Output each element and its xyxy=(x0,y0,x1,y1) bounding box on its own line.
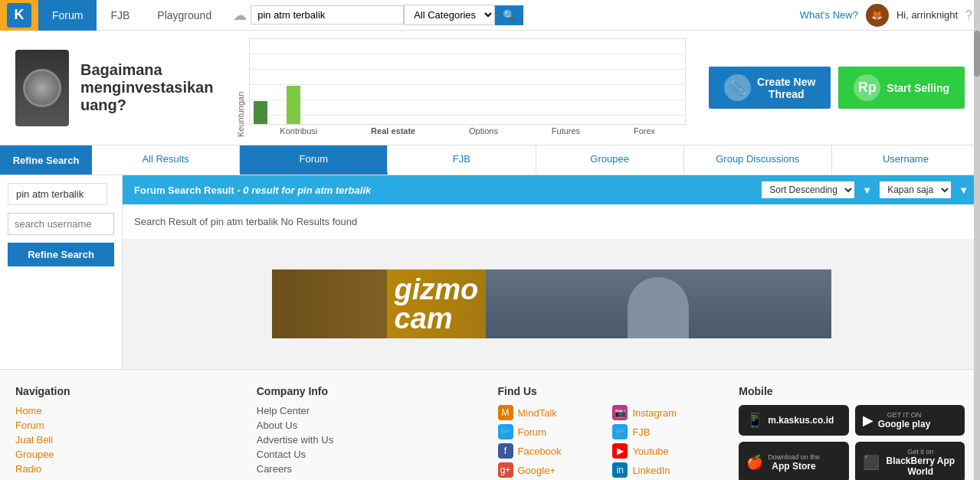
tab-username[interactable]: Username xyxy=(832,145,980,175)
footer-link-helpcenter[interactable]: Help Center xyxy=(257,405,483,416)
nav-tab-playground[interactable]: Playground xyxy=(143,0,225,31)
linkedin-icon: in xyxy=(612,462,628,478)
apple-icon: 🍎 xyxy=(746,454,763,471)
app-store-button[interactable]: 🍎 Download on the App Store xyxy=(739,442,848,480)
instagram-icon: 📷 xyxy=(612,405,628,420)
label-futures: Futures xyxy=(552,126,580,136)
find-fjb[interactable]: 🐦 FJB xyxy=(612,424,723,439)
find-mindtalk[interactable]: M MindTalk xyxy=(498,405,609,420)
header-right: What's New? 🦊 Hi, arrinknight ? xyxy=(800,4,980,27)
no-results-text: Search Result of pin atm terbalik No Res… xyxy=(123,204,980,239)
chart-container: Kontribusi Real estate Options Futures F… xyxy=(249,38,686,137)
result-header-text: Forum Search Result - 0 result for pin a… xyxy=(134,184,371,196)
avatar: 🦊 xyxy=(866,4,889,27)
find-google[interactable]: g+ Google+ xyxy=(498,462,609,478)
google-play-button[interactable]: ▶ GET IT ON Google play xyxy=(855,405,965,436)
find-linkedin[interactable]: in LinkedIn xyxy=(612,462,723,478)
sidebar: pin atm terbalik Refine Search xyxy=(0,175,123,369)
nav-tab-forum[interactable]: Forum xyxy=(38,0,97,31)
google-play-text: GET IT ON Google play xyxy=(878,411,931,429)
search-query-label: pin atm terbalik xyxy=(297,184,371,196)
phone-icon: 📱 xyxy=(746,412,763,429)
search-area: ☁ All Categories 🔍 xyxy=(233,5,800,25)
find-youtube[interactable]: ▶ Youtube xyxy=(612,443,723,459)
chart-bar-kontribusi xyxy=(254,101,267,124)
footer: Navigation Home Forum Jual Beli Groupee … xyxy=(0,369,980,480)
nav-tab-fjb[interactable]: FJB xyxy=(97,0,143,31)
banner-right: 📎 Create NewThread Rp Start Selling xyxy=(693,31,980,145)
blackberry-button[interactable]: ⬛ Get it on BlackBerry App World xyxy=(855,442,965,480)
nav-tabs: Forum FJB Playground xyxy=(38,0,225,31)
sort-dropdown[interactable]: Sort Descending xyxy=(762,181,854,198)
find-facebook[interactable]: f Facebook xyxy=(498,443,609,459)
footer-link-groupee[interactable]: Groupee xyxy=(15,449,241,460)
footer-link-aboutus[interactable]: About Us xyxy=(257,420,483,431)
scrollbar-thumb[interactable] xyxy=(974,31,980,77)
tab-forum[interactable]: Forum xyxy=(240,145,388,175)
tab-items: All Results Forum FJB Groupee Group Disc… xyxy=(92,145,980,175)
search-input[interactable] xyxy=(251,5,404,24)
tab-groupee[interactable]: Groupee xyxy=(536,145,684,175)
create-thread-button[interactable]: 📎 Create NewThread xyxy=(709,67,831,109)
footer-link-careers[interactable]: Careers xyxy=(257,463,483,475)
chart-area: Keuntungan Kontribusi Real estate Option… xyxy=(228,31,693,145)
mindtalk-icon: M xyxy=(498,405,513,420)
blackberry-text: Get it on BlackBerry App World xyxy=(884,448,957,477)
logo-letter: K xyxy=(7,3,31,28)
chart-labels: Kontribusi Real estate Options Futures F… xyxy=(249,125,686,137)
start-selling-button[interactable]: Rp Start Selling xyxy=(838,67,965,109)
google-icon: g+ xyxy=(498,462,513,478)
footer-link-jualbeli[interactable]: Jual Beli xyxy=(15,434,241,446)
youtube-icon: ▶ xyxy=(612,443,628,459)
result-sort: Sort Descending ▼ Kapan saja ▼ xyxy=(762,181,969,198)
label-forex: Forex xyxy=(634,126,655,136)
banner-left: Bagaimana menginvestasikan uang? xyxy=(0,31,228,145)
category-select[interactable]: All Categories xyxy=(404,5,495,25)
label-kontribusi: Kontribusi xyxy=(280,126,317,136)
facebook-icon: f xyxy=(498,443,513,459)
coin-icon xyxy=(23,69,61,107)
footer-link-home[interactable]: Home xyxy=(15,405,241,416)
chart-bar-realestate xyxy=(287,86,300,124)
tab-group-discussions[interactable]: Group Discussions xyxy=(684,145,832,175)
username-display: Hi, arrinknight xyxy=(896,9,958,21)
whats-new-link[interactable]: What's New? xyxy=(800,9,858,21)
app-store-text: Download on the App Store xyxy=(768,453,820,472)
footer-link-contact[interactable]: Contact Us xyxy=(257,449,483,460)
sidebar-query-display: pin atm terbalik xyxy=(8,183,107,205)
find-us-grid: M MindTalk 📷 Instagram 🐦 Forum 🐦 FJB f F… xyxy=(498,405,724,478)
footer-link-forum[interactable]: Forum xyxy=(15,420,241,431)
search-button[interactable]: 🔍 xyxy=(495,5,523,25)
search-username-input[interactable] xyxy=(8,213,114,235)
google-play-icon: ▶ xyxy=(863,412,873,429)
banner: Bagaimana menginvestasikan uang? Keuntun… xyxy=(0,31,980,145)
mobile-kaskus-button[interactable]: 📱 m.kaskus.co.id xyxy=(739,405,848,436)
time-filter-dropdown[interactable]: Kapan saja xyxy=(880,181,951,198)
ad-person-area xyxy=(486,269,831,338)
scrollbar[interactable] xyxy=(974,0,980,480)
banner-image xyxy=(15,50,69,126)
result-header: Forum Search Result - 0 result for pin a… xyxy=(123,175,980,204)
footer-mobile: Mobile 📱 m.kaskus.co.id ▶ GET IT ON Goog… xyxy=(739,385,965,480)
find-forum[interactable]: 🐦 Forum xyxy=(498,424,609,439)
paperclip-icon: 📎 xyxy=(724,74,751,101)
footer-navigation: Navigation Home Forum Jual Beli Groupee … xyxy=(15,385,241,480)
ad-brand: gizmo cam xyxy=(387,269,487,338)
label-realestate: Real estate xyxy=(371,126,415,136)
fjb-social-icon: 🐦 xyxy=(612,424,628,439)
blackberry-icon: ⬛ xyxy=(863,454,880,471)
find-instagram[interactable]: 📷 Instagram xyxy=(612,405,723,420)
chart-grid xyxy=(249,38,686,125)
footer-link-advertise[interactable]: Advertise with Us xyxy=(257,434,483,446)
tab-all-results[interactable]: All Results xyxy=(92,145,240,175)
main-area: pin atm terbalik Refine Search Forum Sea… xyxy=(0,175,980,369)
tab-fjb[interactable]: FJB xyxy=(388,145,536,175)
refine-search-top-button[interactable]: Refine Search xyxy=(0,145,92,175)
footer-link-radio[interactable]: Radio xyxy=(15,463,241,475)
logo[interactable]: K xyxy=(0,0,38,31)
mobile-buttons: 📱 m.kaskus.co.id ▶ GET IT ON Google play… xyxy=(739,405,965,480)
refine-search-button[interactable]: Refine Search xyxy=(8,243,114,266)
footer-findus-title: Find Us xyxy=(498,385,724,397)
help-icon[interactable]: ? xyxy=(965,8,972,22)
person-silhouette xyxy=(628,277,689,338)
